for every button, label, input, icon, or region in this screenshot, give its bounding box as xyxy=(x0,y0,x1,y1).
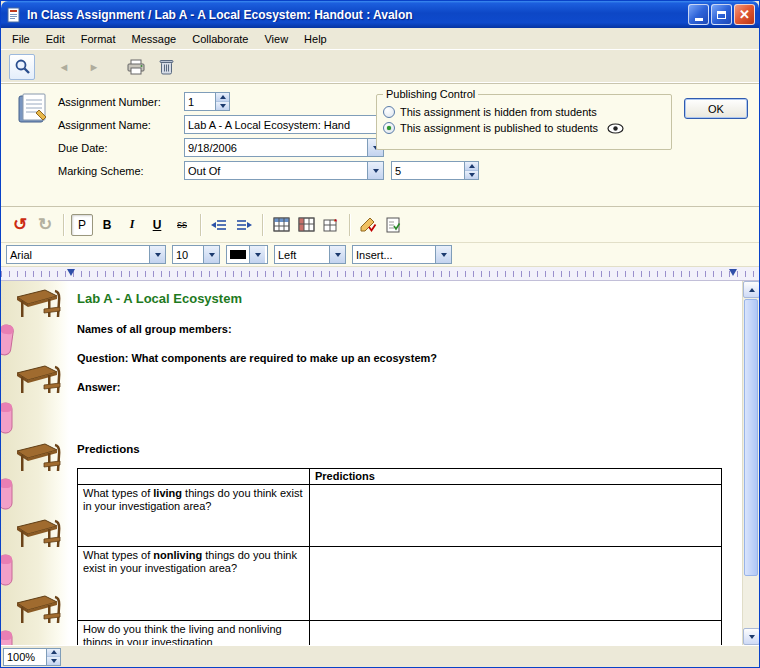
desk-clipart xyxy=(15,361,61,399)
marking-points-stepper[interactable]: 5 xyxy=(391,161,479,180)
answer-cell[interactable] xyxy=(310,621,722,646)
zoom-up-button[interactable] xyxy=(47,649,60,658)
paragraph-style-button[interactable]: P xyxy=(71,214,93,236)
due-date-select[interactable]: 9/18/2006 xyxy=(184,138,384,157)
insert-cell-button[interactable]: * xyxy=(320,214,342,236)
header-cell-predictions: Predictions xyxy=(310,469,722,485)
publishing-option-hidden[interactable]: This assignment is hidden from students xyxy=(383,106,665,118)
scroll-down-button[interactable] xyxy=(743,628,759,645)
indent-button[interactable] xyxy=(233,214,255,236)
menu-help[interactable]: Help xyxy=(296,30,335,48)
question-cell[interactable]: How do you think the living and nonlivin… xyxy=(78,621,310,646)
svg-text:*: * xyxy=(334,217,338,226)
menu-file[interactable]: File xyxy=(4,30,38,48)
alignment-arrow-icon[interactable] xyxy=(329,246,345,263)
outdent-button[interactable] xyxy=(208,214,230,236)
insert-select[interactable]: Insert... xyxy=(352,245,452,264)
menu-message[interactable]: Message xyxy=(124,30,185,48)
font-color-select[interactable] xyxy=(226,245,268,264)
hidden-radio[interactable] xyxy=(383,106,395,118)
font-family-arrow-icon[interactable] xyxy=(149,246,165,263)
spellcheck-button[interactable] xyxy=(357,214,379,236)
font-size-value: 10 xyxy=(173,249,203,261)
scroll-up-button[interactable] xyxy=(743,281,759,298)
scroll-thumb[interactable] xyxy=(744,299,758,576)
title-bar[interactable]: In Class Assignment / Lab A - A Local Ec… xyxy=(1,1,759,28)
font-toolbar: Arial 10 Left Insert... xyxy=(1,243,759,267)
insert-table-button[interactable] xyxy=(270,214,292,236)
assignment-name-field[interactable] xyxy=(184,115,384,134)
font-family-select[interactable]: Arial xyxy=(6,245,166,264)
answer-cell[interactable] xyxy=(310,485,722,547)
next-icon: ► xyxy=(89,61,100,73)
search-button[interactable] xyxy=(9,54,35,80)
left-margin-marker[interactable] xyxy=(67,269,75,276)
search-icon xyxy=(14,58,31,75)
maximize-button[interactable] xyxy=(711,4,732,25)
app-window: In Class Assignment / Lab A - A Local Ec… xyxy=(0,0,760,668)
answer-cell[interactable] xyxy=(310,547,722,621)
zoom-control[interactable]: 100% xyxy=(3,648,61,666)
insert-rows-icon xyxy=(298,217,315,232)
number-up-button[interactable] xyxy=(216,93,229,102)
published-radio[interactable] xyxy=(383,122,395,134)
undo-button[interactable]: ↺ xyxy=(9,214,31,236)
members-line: Names of all group members: xyxy=(77,323,742,335)
stationery-margin xyxy=(1,281,69,645)
eraser-clipart xyxy=(1,401,16,435)
predictions-heading: Predictions xyxy=(77,443,742,455)
zoom-down-button[interactable] xyxy=(47,657,60,665)
insert-arrow-icon[interactable] xyxy=(435,246,451,263)
status-bar: 100% xyxy=(1,645,759,667)
print-button[interactable] xyxy=(123,54,149,80)
close-icon: ✕ xyxy=(739,8,750,21)
undo-icon: ↺ xyxy=(13,214,27,235)
bold-button[interactable]: B xyxy=(96,214,118,236)
assignment-number-label: Assignment Number: xyxy=(58,96,161,108)
table-row: What types of living things do you think… xyxy=(78,485,722,547)
underline-label: U xyxy=(153,218,162,232)
menu-view[interactable]: View xyxy=(256,30,296,48)
previous-button: ◄ xyxy=(51,54,77,80)
points-up-button[interactable] xyxy=(465,162,478,171)
ok-button[interactable]: OK xyxy=(684,98,748,119)
delete-button[interactable] xyxy=(153,54,179,80)
due-date-value: 9/18/2006 xyxy=(185,142,367,154)
question-cell[interactable]: What types of nonliving things do you th… xyxy=(78,547,310,621)
menu-format[interactable]: Format xyxy=(73,30,124,48)
insert-rows-button[interactable] xyxy=(295,214,317,236)
assignment-number-stepper[interactable]: 1 xyxy=(184,92,230,111)
assignment-form: Assignment Number: 1 Assignment Name: Du… xyxy=(1,84,759,207)
checklist-button[interactable] xyxy=(382,214,404,236)
desk-clipart xyxy=(15,515,61,553)
assignment-icon xyxy=(13,92,49,128)
font-size-arrow-icon[interactable] xyxy=(203,246,219,263)
alignment-select[interactable]: Left xyxy=(274,245,346,264)
underline-button[interactable]: U xyxy=(146,214,168,236)
main-toolbar: ◄ ► xyxy=(1,50,759,84)
marking-scheme-select[interactable]: Out Of xyxy=(184,161,384,180)
assignment-number-value: 1 xyxy=(185,96,215,108)
close-button[interactable]: ✕ xyxy=(734,4,755,25)
strikethrough-button[interactable]: ss xyxy=(171,214,193,236)
font-size-select[interactable]: 10 xyxy=(172,245,220,264)
publishing-option-published[interactable]: This assignment is published to students xyxy=(383,122,665,134)
window-title: In Class Assignment / Lab A - A Local Ec… xyxy=(27,8,688,22)
vertical-scrollbar[interactable] xyxy=(742,281,759,645)
scroll-up-icon xyxy=(749,288,755,292)
font-color-arrow-icon[interactable] xyxy=(249,246,265,263)
points-down-button[interactable] xyxy=(465,171,478,179)
document-editor[interactable]: Lab A - A Local Ecosystem Names of all g… xyxy=(69,281,742,645)
minimize-button[interactable] xyxy=(688,4,709,25)
menu-collaborate[interactable]: Collaborate xyxy=(184,30,256,48)
insert-value: Insert... xyxy=(353,249,435,261)
italic-button[interactable]: I xyxy=(121,214,143,236)
question-cell[interactable]: What types of living things do you think… xyxy=(78,485,310,547)
redo-button: ↻ xyxy=(34,214,56,236)
marking-scheme-dropdown-arrow-icon[interactable] xyxy=(367,162,383,179)
paragraph-style-label: P xyxy=(78,218,86,232)
menu-edit[interactable]: Edit xyxy=(38,30,73,48)
right-margin-marker[interactable] xyxy=(729,269,737,276)
number-down-button[interactable] xyxy=(216,102,229,110)
cell-bold-word: nonliving xyxy=(153,549,202,561)
